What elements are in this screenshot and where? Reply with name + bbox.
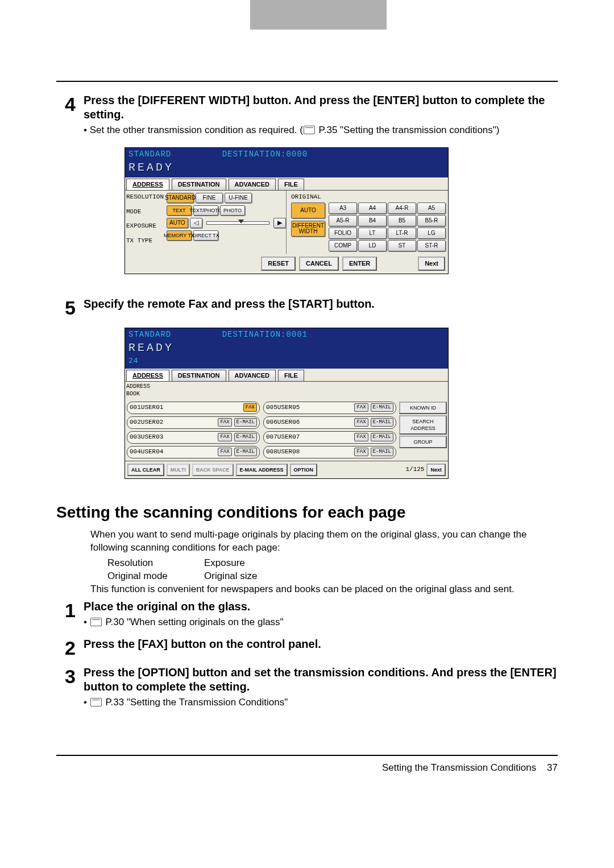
address-entry[interactable]: 007USER07 FAXE-MAIL: [263, 431, 396, 444]
paper-size-grid: A3 A4 A4-R A5 A5-R B4 B5 B5-R FOLIO LT L…: [329, 202, 446, 251]
email-pill[interactable]: E-MAIL: [234, 433, 257, 441]
destination-count: DESTINATION:0001: [222, 330, 308, 339]
next-button[interactable]: Next: [426, 464, 446, 476]
email-pill[interactable]: E-MAIL: [371, 418, 393, 426]
step-number: 1: [56, 600, 84, 629]
tab-file[interactable]: FILE: [278, 370, 304, 381]
size-b4[interactable]: B4: [358, 215, 387, 226]
step-heading: Press the [FAX] button on the control pa…: [84, 637, 558, 651]
address-entry[interactable]: 008USER08 FAXE-MAIL: [263, 446, 396, 458]
group-button[interactable]: GROUP: [399, 436, 447, 448]
email-pill[interactable]: E-MAIL: [371, 433, 393, 441]
step-1: 1 Place the original on the glass. • P.3…: [56, 600, 558, 629]
known-id-button[interactable]: KNOWN ID: [399, 402, 447, 414]
address-entry[interactable]: 002USER02 FAXE-MAIL: [127, 416, 260, 429]
fax-pill[interactable]: FAX: [218, 418, 231, 426]
step-detail: • P.33 "Setting the Transmission Conditi…: [84, 696, 558, 709]
next-button[interactable]: Next: [418, 257, 445, 271]
fax-pill[interactable]: FAX: [354, 448, 368, 456]
label-txtype: TX TYPE: [126, 237, 165, 245]
tab-address[interactable]: ADDRESS: [126, 179, 169, 190]
ready-status: READY: [128, 160, 445, 175]
size-a3[interactable]: A3: [329, 202, 357, 214]
email-pill[interactable]: E-MAIL: [371, 448, 393, 456]
entry-id: 004: [130, 448, 141, 455]
address-entry[interactable]: 004USER04 FAXE-MAIL: [127, 446, 260, 458]
mode-photo[interactable]: PHOTO: [220, 205, 245, 216]
footer-rule: [56, 755, 558, 756]
multi-button[interactable]: MULTI: [167, 464, 190, 476]
size-str[interactable]: ST-R: [417, 240, 446, 251]
cancel-button[interactable]: CANCEL: [299, 257, 339, 271]
size-ltr[interactable]: LT-R: [388, 228, 416, 239]
panel-header: STANDARD DESTINATION:0000 READY: [125, 148, 448, 177]
tab-address[interactable]: ADDRESS: [126, 370, 169, 381]
entry-id: 005: [266, 404, 277, 411]
address-entry[interactable]: 005USER05 FAXE-MAIL: [263, 402, 396, 414]
size-a5r[interactable]: A5-R: [329, 215, 357, 226]
tab-destination[interactable]: DESTINATION: [172, 179, 226, 190]
search-address-button[interactable]: SEARCH ADDRESS: [399, 415, 447, 435]
step-number: 3: [56, 666, 84, 709]
size-st[interactable]: ST: [388, 240, 416, 251]
fax-pill[interactable]: FAX: [218, 433, 231, 441]
reset-button[interactable]: RESET: [261, 257, 296, 271]
size-folio[interactable]: FOLIO: [329, 228, 357, 239]
fax-pill[interactable]: FAX: [354, 418, 368, 426]
size-comp[interactable]: COMP: [329, 240, 357, 251]
resolution-ufine[interactable]: U-FINE: [225, 193, 252, 203]
entry-id: 007: [266, 433, 277, 440]
mode-text[interactable]: TEXT: [167, 205, 192, 216]
address-entry[interactable]: 006USER06 FAXE-MAIL: [263, 416, 396, 429]
email-pill[interactable]: E-MAIL: [371, 403, 393, 411]
size-b5[interactable]: B5: [388, 215, 416, 226]
size-lg[interactable]: LG: [417, 228, 446, 239]
ready-status: READY: [128, 340, 445, 356]
backspace-button[interactable]: BACK SPACE: [192, 464, 234, 476]
exposure-slider[interactable]: [206, 221, 269, 225]
mode-textphoto[interactable]: TEXT/PHOTO: [193, 205, 218, 216]
size-ld[interactable]: LD: [358, 240, 387, 251]
tab-file[interactable]: FILE: [278, 179, 304, 190]
size-b5r[interactable]: B5-R: [417, 215, 446, 226]
address-entry[interactable]: 001USER01 FAX: [127, 402, 260, 414]
size-a4r[interactable]: A4-R: [388, 202, 416, 214]
enter-button[interactable]: ENTER: [342, 257, 377, 271]
step-heading: Press the [OPTION] button and set the tr…: [84, 666, 558, 694]
txtype-memory[interactable]: MEMORY TX: [167, 230, 192, 241]
panel-header: STANDARD DESTINATION:0001 READY 24: [125, 328, 448, 369]
all-clear-button[interactable]: ALL CLEAR: [127, 464, 164, 476]
resolution-fine[interactable]: FINE: [196, 193, 223, 203]
resolution-standard[interactable]: STANDARD: [167, 193, 194, 203]
fax-pill[interactable]: FAX: [354, 403, 368, 411]
step-3: 3 Press the [OPTION] button and set the …: [56, 666, 558, 709]
txtype-direct[interactable]: DIRECT TX: [193, 230, 218, 241]
email-pill[interactable]: E-MAIL: [234, 418, 257, 426]
address-entry[interactable]: 003USER03 FAXE-MAIL: [127, 431, 260, 444]
option-button[interactable]: OPTION: [290, 464, 318, 476]
label-resolution: RESOLUTION: [126, 193, 165, 201]
section-paragraph: When you want to send multi-page origina…: [90, 528, 558, 555]
exposure-auto[interactable]: AUTO: [167, 218, 188, 228]
size-lt[interactable]: LT: [358, 228, 387, 239]
entry-id: 006: [266, 419, 277, 425]
fax-pill[interactable]: FAX: [218, 448, 231, 456]
tab-advanced[interactable]: ADVANCED: [229, 179, 276, 190]
entry-name: USER04: [141, 448, 164, 455]
tab-destination[interactable]: DESTINATION: [172, 370, 226, 381]
tab-advanced[interactable]: ADVANCED: [229, 370, 276, 381]
email-address-button[interactable]: E-MAIL ADDRESS: [236, 464, 288, 476]
size-a5[interactable]: A5: [417, 202, 446, 214]
cond-original-size: Original size: [204, 570, 301, 583]
exposure-left-button[interactable]: ◁: [190, 218, 202, 228]
exposure-right-button[interactable]: ▶: [273, 218, 286, 228]
book-icon: [304, 126, 315, 134]
entry-name: USER02: [141, 419, 164, 425]
different-width-button[interactable]: DIFFERENT WIDTH: [291, 221, 325, 237]
entry-id: 003: [130, 433, 141, 440]
original-auto[interactable]: AUTO: [291, 202, 325, 218]
fax-pill[interactable]: FAX: [354, 433, 368, 441]
size-a4[interactable]: A4: [358, 202, 387, 214]
email-pill[interactable]: E-MAIL: [234, 448, 257, 456]
fax-pill[interactable]: FAX: [243, 403, 257, 411]
